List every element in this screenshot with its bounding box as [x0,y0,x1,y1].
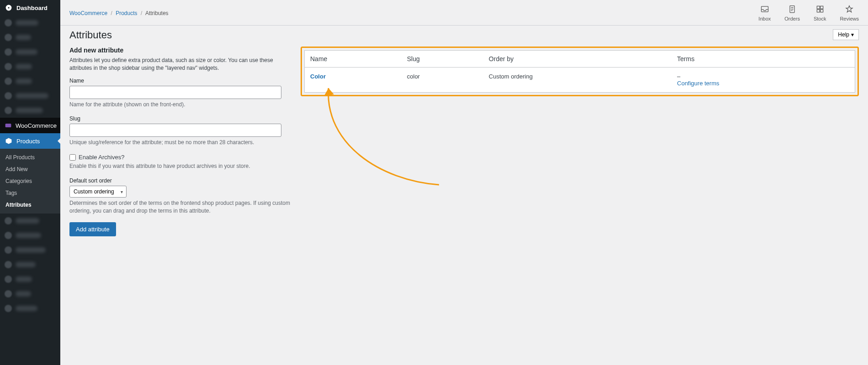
chevron-down-icon: ▾ [851,31,854,38]
sidebar-item-blurred[interactable] [0,103,60,118]
form-intro: Attributes let you define extra product … [69,57,293,72]
sort-label: Default sort order [69,177,293,184]
sidebar-submenu: All Products Add New Categories Tags Att… [0,149,60,214]
orders-icon [788,5,797,15]
top-orders[interactable]: Orders [784,5,800,21]
stock-icon [815,5,825,15]
attribute-name-link[interactable]: Color [310,73,326,80]
help-label: Help [838,31,849,38]
help-toggle[interactable]: Help ▾ [833,29,859,40]
svg-rect-3 [761,6,768,12]
sidebar-label: Dashboard [16,5,48,11]
sidebar-item-blurred[interactable] [0,228,60,243]
sidebar-item-blurred[interactable] [0,89,60,103]
th-terms: Terms [672,51,855,68]
sidebar-item-blurred[interactable] [0,74,60,89]
svg-rect-7 [817,10,820,12]
submenu-attributes[interactable]: Attributes [0,199,60,211]
reviews-icon [845,5,854,15]
archives-help: Enable this if you want this attribute t… [69,162,293,170]
sidebar-item-blurred[interactable] [0,30,60,45]
top-bar: WooCommerce / Products / Attributes Inbo… [60,0,868,26]
breadcrumb-products[interactable]: Products [116,10,137,16]
name-help: Name for the attribute (shown on the fro… [69,101,293,109]
sidebar-item-blurred[interactable] [0,16,60,30]
archives-checkbox[interactable] [69,154,76,161]
svg-point-1 [8,7,9,8]
sidebar-item-dashboard[interactable]: Dashboard [0,0,60,16]
th-slug: Slug [402,51,483,68]
form-section-title: Add new attribute [69,47,293,54]
breadcrumb-woocommerce[interactable]: WooCommerce [69,10,107,16]
top-inbox[interactable]: Inbox [758,5,771,21]
sidebar-item-blurred[interactable] [0,59,60,74]
submenu-all-products[interactable]: All Products [0,151,60,163]
breadcrumb: WooCommerce / Products / Attributes [69,10,169,16]
woocommerce-icon [5,121,12,130]
page-title: Attributes [69,29,112,41]
name-label: Name [69,78,293,84]
slug-input[interactable] [69,124,281,137]
sort-order-select[interactable]: Custom ordering [69,186,127,198]
attribute-slug: color [402,68,483,93]
slug-help: Unique slug/reference for the attribute;… [69,139,293,146]
inbox-icon [760,5,769,15]
configure-terms-link[interactable]: Configure terms [677,80,719,87]
submenu-tags[interactable]: Tags [0,187,60,199]
breadcrumb-sep: / [111,10,112,16]
name-input[interactable] [69,86,281,99]
sidebar-label: WooCommerce [16,122,57,129]
table-row: Color color Custom ordering – Configure … [305,68,855,93]
sidebar-item-blurred[interactable] [0,214,60,228]
sidebar-item-blurred[interactable] [0,45,60,59]
sidebar-item-blurred[interactable] [0,272,60,287]
archives-label: Enable Archives? [79,154,124,161]
top-stock[interactable]: Stock [814,5,826,21]
icon-caption: Stock [814,16,826,21]
top-reviews[interactable]: Reviews [840,5,859,21]
annotation-arrow [320,84,448,189]
icon-caption: Orders [784,16,800,21]
sidebar-label: Products [16,138,40,145]
sidebar-item-blurred[interactable] [0,257,60,272]
icon-caption: Reviews [840,16,859,21]
breadcrumb-sep: / [141,10,142,16]
breadcrumb-current: Attributes [145,10,169,16]
add-attribute-button[interactable]: Add attribute [69,222,116,236]
sidebar-item-woocommerce[interactable]: WooCommerce [0,118,60,133]
th-order: Order by [483,51,672,68]
svg-rect-6 [820,6,823,9]
add-attribute-form: Add new attribute Attributes let you def… [69,47,293,236]
sidebar-item-blurred[interactable] [0,301,60,316]
products-icon [5,137,13,145]
admin-sidebar: Dashboard WooCommerce Products All Produ… [0,0,60,365]
attributes-table: Name Slug Order by Terms Color color [304,50,855,93]
icon-caption: Inbox [758,16,771,21]
sidebar-item-blurred[interactable] [0,287,60,301]
dashboard-icon [5,4,13,12]
svg-rect-8 [820,10,823,12]
submenu-categories[interactable]: Categories [0,175,60,187]
attributes-table-highlight: Name Slug Order by Terms Color color [301,47,859,96]
submenu-add-new[interactable]: Add New [0,163,60,175]
attribute-order: Custom ordering [483,68,672,93]
sort-help: Determines the sort order of the terms o… [69,199,293,215]
svg-rect-2 [5,124,11,127]
svg-rect-5 [817,6,820,9]
th-name: Name [305,51,402,68]
sidebar-item-products[interactable]: Products [0,133,60,149]
sidebar-item-blurred[interactable] [0,243,60,257]
terms-dash: – [677,73,680,80]
slug-label: Slug [69,115,293,122]
